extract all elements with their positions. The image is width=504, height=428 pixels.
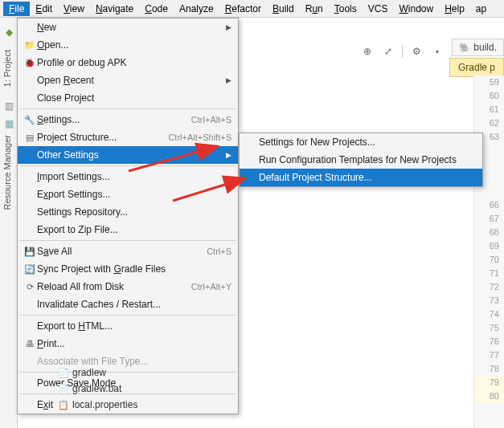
menu-item-export-to-zip-file[interactable]: Export to Zip File...: [18, 221, 238, 238]
line-number: 67: [474, 212, 504, 226]
line-number: 59: [474, 75, 504, 89]
prop-icon: 📋: [58, 400, 69, 410]
tree-item-label: gradlew.bat: [72, 383, 121, 394]
menu-item-settings-repository[interactable]: Settings Repository...: [18, 203, 238, 221]
menu-item-label: Other Settings: [37, 149, 223, 161]
menu-item-print[interactable]: 🖶Print...: [18, 335, 238, 353]
left-tool-strip: ◆ 1: Project ▥ ▦ Resource Manager: [0, 18, 18, 428]
menu-item-reload-all-from-disk[interactable]: ⟳Reload All from DiskCtrl+Alt+Y: [18, 278, 238, 296]
menu-shortcut: Ctrl+Alt+S: [191, 115, 232, 124]
menu-item-label: Export Settings...: [37, 189, 232, 200]
menu-shortcut: Ctrl+Alt+Y: [191, 282, 232, 291]
menu-item-import-settings[interactable]: Import Settings...: [18, 168, 238, 185]
menu-separator: [19, 240, 236, 241]
blank-icon: [23, 298, 37, 311]
menu-item-sync-project-with-gradle-files[interactable]: 🔄Sync Project with Gradle Files: [18, 260, 238, 278]
line-number: 60: [474, 89, 504, 103]
submenu-item-run-configuration-templates-for-new-projects[interactable]: Run Configuration Templates for New Proj…: [240, 151, 482, 169]
menu-item-label: Export to Zip File...: [37, 224, 232, 235]
submenu-arrow-icon: ▶: [223, 151, 232, 159]
menu-item-label: Close Project: [37, 92, 232, 104]
menu-help[interactable]: Help: [439, 2, 470, 16]
gradle-icon: 🐘: [459, 43, 470, 53]
menu-item-project-structure[interactable]: ▤Project Structure...Ctrl+Alt+Shift+S: [18, 128, 238, 146]
line-number: 73: [474, 294, 504, 308]
bug-icon: 🐞: [23, 56, 37, 69]
line-number: 69: [474, 239, 504, 253]
tree-item-gradlew-bat[interactable]: 📄gradlew.bat: [18, 381, 219, 397]
menu-item-invalidate-caches-restart[interactable]: Invalidate Caches / Restart...: [18, 296, 238, 313]
menu-file[interactable]: File: [3, 2, 30, 16]
tree-item-local-properties[interactable]: 📋local.properties: [18, 397, 219, 413]
palette-icon[interactable]: ▦: [2, 117, 15, 130]
menu-vcs[interactable]: VCS: [363, 2, 394, 16]
blank-icon: [23, 170, 37, 183]
menu-tools[interactable]: Tools: [329, 2, 363, 16]
sidebar-tab-project[interactable]: 1: Project: [0, 45, 14, 92]
menu-window[interactable]: Window: [393, 2, 439, 16]
blank-icon: [23, 206, 37, 218]
notification-banner[interactable]: Gradle p: [449, 58, 504, 77]
submenu-arrow-icon: ▶: [223, 23, 232, 31]
menu-item-open-recent[interactable]: Open Recent▶: [18, 71, 238, 89]
blank-icon: [23, 92, 37, 104]
menu-shortcut: Ctrl+S: [207, 247, 232, 256]
target-icon[interactable]: ⊕: [359, 43, 376, 60]
menu-item-label: Profile or debug APK: [37, 57, 232, 68]
sidebar-tab-resource-manager[interactable]: Resource Manager: [0, 130, 14, 215]
menu-view[interactable]: View: [58, 2, 90, 16]
menu-separator: [19, 165, 236, 166]
menu-edit[interactable]: Edit: [30, 2, 58, 16]
chevron-down-icon[interactable]: ▾: [428, 43, 446, 60]
submenu-item-settings-for-new-projects[interactable]: Settings for New Projects...: [240, 133, 482, 151]
menu-build[interactable]: Build: [267, 2, 300, 16]
gear-icon[interactable]: ⚙: [408, 43, 425, 60]
editor-tabs: 🐘 build.: [452, 39, 504, 56]
reload-icon: ⟳: [23, 280, 37, 293]
menu-item-export-to-html[interactable]: Export to HTML...: [18, 317, 238, 335]
line-number: 80: [474, 389, 504, 403]
menu-item-export-settings[interactable]: Export Settings...: [18, 185, 238, 203]
menu-item-open[interactable]: 📁Open...: [18, 36, 238, 54]
menu-item-close-project[interactable]: Close Project: [18, 89, 238, 107]
expand-icon[interactable]: ⤢: [379, 43, 397, 60]
menu-item-profile-or-debug-apk[interactable]: 🐞Profile or debug APK: [18, 54, 238, 71]
menu-item-label: Open Recent: [37, 75, 223, 86]
file-tab-build[interactable]: 🐘 build.: [452, 39, 504, 56]
menu-run[interactable]: Run: [300, 2, 329, 16]
android-icon[interactable]: ◆: [2, 26, 15, 39]
submenu-arrow-icon: ▶: [223, 76, 232, 84]
file-icon: 📄: [58, 384, 69, 394]
menu-item-other-settings[interactable]: Other Settings▶: [18, 146, 238, 164]
menu-analyze[interactable]: Analyze: [174, 2, 219, 16]
line-number: 61: [474, 103, 504, 116]
menu-code[interactable]: Code: [139, 2, 174, 16]
sync-icon: 🔄: [23, 263, 37, 275]
blank-icon: [244, 136, 259, 149]
menubar: FileEditViewNavigateCodeAnalyzeRefactorB…: [0, 0, 504, 18]
submenu-item-default-project-structure[interactable]: Default Project Structure...: [240, 169, 482, 186]
menu-item-label: Settings...: [37, 114, 191, 125]
menu-refactor[interactable]: Refactor: [219, 2, 267, 16]
struct-icon: ▤: [23, 131, 37, 144]
menu-shortcut: Ctrl+Alt+Shift+S: [168, 132, 232, 142]
menu-item-settings[interactable]: 🔧Settings...Ctrl+Alt+S: [18, 111, 238, 128]
menu-item-label: Project Structure...: [37, 132, 168, 143]
menu-item-new[interactable]: New▶: [18, 18, 238, 36]
file-menu-dropdown: New▶📁Open...🐞Profile or debug APKOpen Re…: [17, 18, 239, 414]
line-number: 66: [474, 198, 504, 212]
menu-ap[interactable]: ap: [470, 2, 492, 16]
print-icon: 🖶: [23, 337, 37, 350]
blank-icon: [244, 153, 259, 166]
layers-icon[interactable]: ▥: [2, 100, 15, 112]
menu-item-label: Open...: [37, 39, 232, 51]
tree-item-gradlew[interactable]: 📄gradlew: [18, 365, 219, 381]
line-number: 76: [474, 335, 504, 349]
project-tree: 📄gradlew📄gradlew.bat📋local.properties: [18, 365, 219, 413]
menu-separator: [19, 108, 236, 109]
menu-item-label: Print...: [37, 338, 232, 349]
menu-item-save-all[interactable]: 💾Save AllCtrl+S: [18, 243, 238, 260]
menu-navigate[interactable]: Navigate: [90, 2, 139, 16]
menu-item-label: Settings Repository...: [37, 206, 232, 218]
line-number: 62: [474, 116, 504, 130]
